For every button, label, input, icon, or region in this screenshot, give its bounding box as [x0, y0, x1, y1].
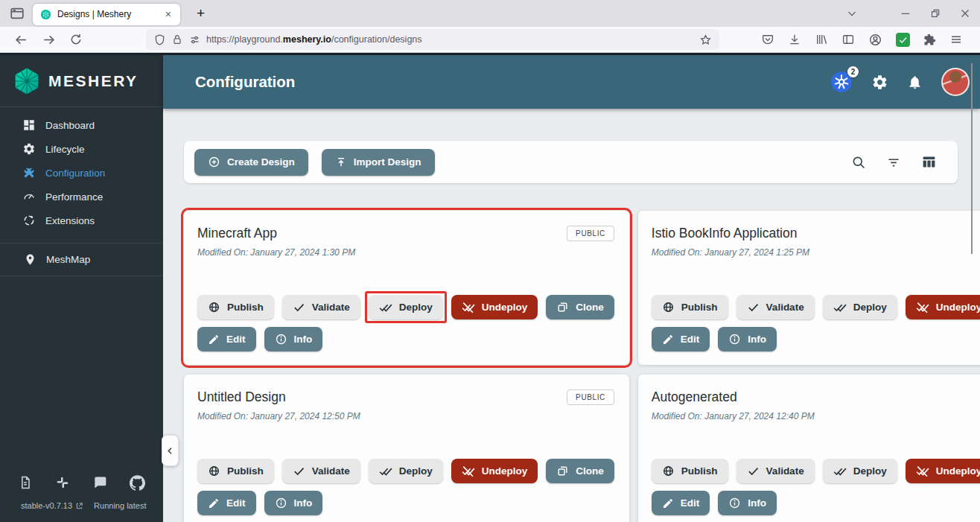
undeploy-button[interactable]: Undeploy: [451, 295, 538, 319]
sidebar-collapse-button[interactable]: [162, 435, 179, 466]
adblock-extension-icon[interactable]: [889, 33, 917, 47]
user-avatar[interactable]: [941, 68, 970, 96]
sidebar-item-lifecycle[interactable]: Lifecycle: [0, 137, 163, 161]
back-icon[interactable]: [7, 33, 35, 47]
shield-icon[interactable]: [153, 34, 166, 46]
search-icon[interactable]: [851, 155, 866, 170]
info-button[interactable]: Info: [264, 327, 323, 351]
modified-on-text: Modified On: January 27, 2024 12:40 PM: [652, 411, 980, 421]
undeploy-icon: [462, 465, 475, 478]
extensions-puzzle-icon[interactable]: [917, 34, 943, 46]
downloads-icon[interactable]: [781, 33, 808, 46]
edit-button[interactable]: Edit: [197, 327, 256, 351]
edit-button[interactable]: Edit: [197, 491, 256, 515]
publish-button[interactable]: Publish: [652, 459, 728, 483]
sidebar-item-label: Configuration: [45, 168, 105, 179]
deploy-button[interactable]: Deploy: [369, 295, 443, 319]
firefox-view-icon[interactable]: [9, 5, 25, 22]
configuration-tools-icon: [22, 166, 36, 179]
permissions-icon[interactable]: [188, 34, 201, 46]
validate-button[interactable]: Validate: [282, 295, 360, 319]
window-close-button[interactable]: [950, 7, 980, 20]
lifecycle-gear-icon: [22, 142, 36, 156]
validate-button[interactable]: Validate: [282, 459, 360, 483]
deploy-button[interactable]: Deploy: [369, 459, 443, 483]
publish-button[interactable]: Publish: [197, 459, 274, 483]
label: Undeploy: [936, 302, 980, 313]
settings-gear-icon[interactable]: [871, 74, 888, 91]
forward-icon[interactable]: [35, 33, 63, 47]
url-text[interactable]: https://playground.meshery.io/configurat…: [206, 34, 694, 45]
library-icon[interactable]: [808, 33, 835, 46]
label: Info: [294, 497, 313, 509]
label: Validate: [766, 465, 804, 477]
clone-button[interactable]: Clone: [546, 459, 614, 483]
new-tab-button[interactable]: +: [192, 5, 209, 22]
reload-icon[interactable]: [63, 33, 89, 46]
pocket-icon[interactable]: [754, 33, 781, 46]
label: Create Design: [227, 156, 295, 168]
undeploy-button[interactable]: Undeploy: [906, 295, 980, 319]
sidebar-item-dashboard[interactable]: Dashboard: [0, 113, 163, 137]
info-button[interactable]: Info: [718, 491, 777, 515]
sidebar: MESHERY Dashboard Lifecycle Configuratio…: [0, 55, 163, 522]
browser-tab[interactable]: Designs | Meshery ×: [33, 4, 180, 25]
undeploy-icon: [462, 301, 475, 314]
browser-window: Designs | Meshery × + https://playground…: [0, 0, 980, 522]
sidebar-toggle-icon[interactable]: [835, 33, 862, 46]
plus-circle-icon: [208, 156, 220, 168]
notifications-bell-icon[interactable]: [907, 74, 923, 90]
publish-button[interactable]: Publish: [652, 295, 728, 319]
bookmark-star-icon[interactable]: [699, 34, 712, 46]
sidebar-item-meshmap[interactable]: MeshMap: [0, 243, 163, 276]
tab-close-icon[interactable]: ×: [162, 7, 174, 21]
globe-icon: [208, 301, 220, 313]
import-design-button[interactable]: Import Design: [322, 149, 435, 176]
url-bar[interactable]: https://playground.meshery.io/configurat…: [146, 29, 719, 50]
window-restore-button[interactable]: [920, 7, 950, 20]
edit-button[interactable]: Edit: [652, 491, 710, 515]
sidebar-item-performance[interactable]: Performance: [0, 185, 163, 209]
undeploy-button[interactable]: Undeploy: [906, 459, 980, 483]
sidebar-nav: Dashboard Lifecycle Configuration Perfor…: [0, 107, 163, 232]
list-tabs-icon[interactable]: [837, 7, 867, 20]
version-link[interactable]: stable-v0.7.13: [21, 501, 83, 510]
docs-icon[interactable]: [18, 475, 33, 490]
validate-button[interactable]: Validate: [736, 459, 815, 483]
discuss-chat-icon[interactable]: [92, 475, 107, 490]
menu-hamburger-icon[interactable]: [943, 33, 970, 46]
sidebar-item-label: Dashboard: [45, 120, 95, 131]
info-button[interactable]: Info: [264, 491, 323, 515]
content-area: Create Design Import Design: [163, 109, 980, 522]
info-button[interactable]: Info: [718, 327, 777, 351]
publish-button[interactable]: Publish: [197, 295, 274, 319]
github-icon[interactable]: [130, 475, 145, 491]
sidebar-item-extensions[interactable]: Extensions: [0, 209, 163, 232]
pencil-icon: [662, 497, 674, 509]
design-card-istio-bookinfo: Istio BookInfo Application PUBLIC Modifi…: [638, 211, 980, 365]
info-icon: [275, 333, 287, 346]
edit-button[interactable]: Edit: [652, 327, 710, 351]
label: Info: [748, 334, 766, 345]
app-header: Configuration 2: [163, 55, 980, 109]
meshery-page: MESHERY Dashboard Lifecycle Configuratio…: [0, 53, 980, 522]
create-design-button[interactable]: Create Design: [194, 149, 308, 176]
lock-icon[interactable]: [171, 34, 183, 45]
kubernetes-context-icon[interactable]: 2: [830, 71, 853, 93]
validate-button[interactable]: Validate: [736, 295, 815, 319]
deploy-button[interactable]: Deploy: [823, 295, 897, 319]
deploy-button[interactable]: Deploy: [823, 459, 897, 483]
meshery-wordmark: MESHERY: [48, 72, 139, 90]
filter-icon[interactable]: [886, 155, 901, 170]
sidebar-item-configuration[interactable]: Configuration: [0, 161, 163, 185]
clone-button[interactable]: Clone: [546, 295, 614, 319]
sidebar-item-label: Lifecycle: [45, 144, 85, 155]
account-icon[interactable]: [862, 33, 889, 47]
meshery-logo[interactable]: MESHERY: [0, 55, 163, 107]
undeploy-button[interactable]: Undeploy: [451, 459, 538, 483]
page-scrollbar[interactable]: [971, 63, 973, 254]
grid-view-icon[interactable]: [921, 154, 937, 170]
window-minimize-button[interactable]: [891, 7, 920, 20]
globe-icon: [208, 465, 220, 477]
slack-icon[interactable]: [55, 475, 70, 490]
